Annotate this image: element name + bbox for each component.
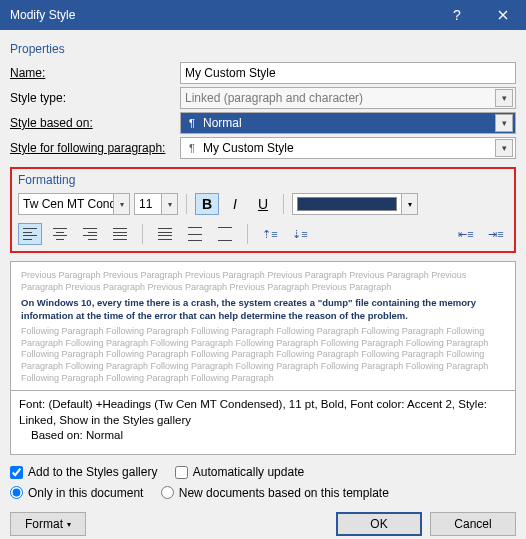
close-button[interactable] bbox=[480, 0, 526, 30]
preview-pane: Previous Paragraph Previous Paragraph Pr… bbox=[10, 261, 516, 391]
add-to-gallery-checkbox[interactable]: Add to the Styles gallery bbox=[10, 465, 157, 479]
formatting-section: Formatting Tw Cen MT Condensed ▾ 11 ▾ B … bbox=[10, 167, 516, 253]
spacing-loose-icon bbox=[218, 227, 232, 241]
cancel-button[interactable]: Cancel bbox=[430, 512, 516, 536]
chevron-down-icon: ▾ bbox=[401, 194, 417, 214]
paragraph-icon: ¶ bbox=[185, 142, 199, 154]
bold-button[interactable]: B bbox=[195, 193, 219, 215]
space-before-increase-button[interactable]: ⇡≡ bbox=[258, 223, 282, 245]
desc-line1: Font: (Default) +Headings (Tw Cen MT Con… bbox=[19, 397, 507, 428]
only-this-doc-radio[interactable]: Only in this document bbox=[10, 486, 143, 500]
indent-left-icon: ⇤≡ bbox=[458, 228, 473, 241]
spacing-tight-icon bbox=[158, 228, 172, 240]
basedon-label: Style based on: bbox=[10, 116, 172, 130]
space-before-decrease-button[interactable]: ⇣≡ bbox=[288, 223, 312, 245]
font-size-combo[interactable]: 11 ▾ bbox=[134, 193, 178, 215]
align-right-button[interactable] bbox=[78, 223, 102, 245]
align-left-icon bbox=[23, 228, 37, 240]
line-spacing-2-button[interactable] bbox=[213, 223, 237, 245]
align-center-icon bbox=[53, 228, 67, 240]
separator bbox=[142, 224, 143, 244]
separator bbox=[186, 194, 187, 214]
spacing-medium-icon bbox=[188, 227, 202, 241]
para-space-down-icon: ⇣≡ bbox=[292, 228, 307, 241]
chevron-down-icon: ▾ bbox=[113, 194, 129, 214]
name-label: Name: bbox=[10, 66, 172, 80]
ok-button[interactable]: OK bbox=[336, 512, 422, 536]
font-name-combo[interactable]: Tw Cen MT Condensed ▾ bbox=[18, 193, 130, 215]
chevron-down-icon: ▾ bbox=[67, 520, 71, 529]
align-justify-button[interactable] bbox=[108, 223, 132, 245]
chevron-down-icon: ▾ bbox=[495, 139, 513, 157]
preview-next-para: Following Paragraph Following Paragraph … bbox=[21, 326, 505, 384]
italic-button[interactable]: I bbox=[223, 193, 247, 215]
separator bbox=[247, 224, 248, 244]
style-description: Font: (Default) +Headings (Tw Cen MT Con… bbox=[10, 391, 516, 455]
font-color-combo[interactable]: ▾ bbox=[292, 193, 418, 215]
chevron-down-icon: ▾ bbox=[495, 114, 513, 132]
para-space-up-icon: ⇡≡ bbox=[262, 228, 277, 241]
align-justify-icon bbox=[113, 228, 127, 240]
help-button[interactable]: ? bbox=[434, 0, 480, 30]
chevron-down-icon: ▾ bbox=[495, 89, 513, 107]
styletype-label: Style type: bbox=[10, 91, 172, 105]
line-spacing-1-button[interactable] bbox=[153, 223, 177, 245]
window-title: Modify Style bbox=[10, 8, 434, 22]
desc-line2: Based on: Normal bbox=[19, 428, 507, 444]
increase-indent-button[interactable]: ⇥≡ bbox=[484, 223, 508, 245]
basedon-combo[interactable]: ¶ Normal ▾ bbox=[180, 112, 516, 134]
separator bbox=[283, 194, 284, 214]
properties-heading: Properties bbox=[10, 42, 516, 56]
new-docs-radio[interactable]: New documents based on this template bbox=[161, 486, 389, 500]
underline-button[interactable]: U bbox=[251, 193, 275, 215]
following-combo[interactable]: ¶ My Custom Style ▾ bbox=[180, 137, 516, 159]
close-icon bbox=[498, 10, 508, 20]
indent-right-icon: ⇥≡ bbox=[488, 228, 503, 241]
name-input[interactable] bbox=[180, 62, 516, 84]
paragraph-icon: ¶ bbox=[185, 117, 199, 129]
color-swatch bbox=[297, 197, 397, 211]
styletype-combo[interactable]: Linked (paragraph and character) ▾ bbox=[180, 87, 516, 109]
auto-update-checkbox[interactable]: Automatically update bbox=[175, 465, 304, 479]
chevron-down-icon: ▾ bbox=[161, 194, 177, 214]
align-center-button[interactable] bbox=[48, 223, 72, 245]
line-spacing-1_5-button[interactable] bbox=[183, 223, 207, 245]
preview-sample-text: On Windows 10, every time there is a cra… bbox=[21, 297, 505, 322]
align-right-icon bbox=[83, 228, 97, 240]
preview-prev-para: Previous Paragraph Previous Paragraph Pr… bbox=[21, 270, 505, 293]
align-left-button[interactable] bbox=[18, 223, 42, 245]
format-menu-button[interactable]: Format ▾ bbox=[10, 512, 86, 536]
following-label: Style for following paragraph: bbox=[10, 141, 172, 155]
formatting-heading: Formatting bbox=[18, 173, 508, 187]
decrease-indent-button[interactable]: ⇤≡ bbox=[454, 223, 478, 245]
titlebar: Modify Style ? bbox=[0, 0, 526, 30]
